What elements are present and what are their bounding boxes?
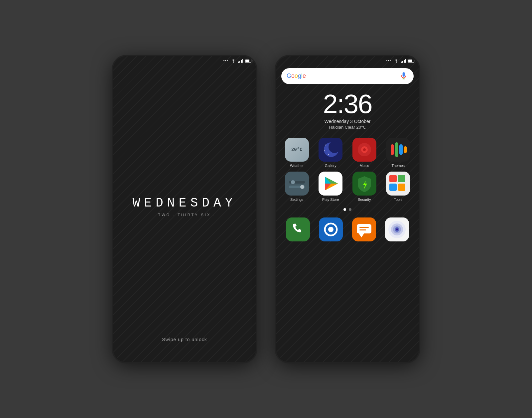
- settings-label: Settings: [290, 198, 304, 202]
- svg-point-10: [328, 154, 329, 154]
- security-icon: [352, 172, 376, 196]
- svg-rect-37: [286, 217, 310, 241]
- music-icon: [352, 138, 376, 162]
- svg-rect-2: [403, 72, 405, 76]
- bottom-dock: [276, 215, 419, 247]
- page-dot-2: [349, 208, 351, 211]
- svg-point-40: [328, 227, 333, 232]
- svg-point-24: [300, 185, 304, 189]
- left-phone: WEDNESDAY · TWO · THIRTY SIX · Swipe up …: [113, 56, 256, 362]
- battery-icon-right: [408, 59, 414, 63]
- svg-rect-33: [389, 175, 397, 182]
- app-security[interactable]: Security: [349, 172, 380, 202]
- dock-lens[interactable]: [315, 217, 348, 241]
- svg-rect-17: [395, 142, 398, 157]
- status-bar-right: [276, 56, 419, 66]
- app-weather[interactable]: 20°C Weather: [281, 138, 313, 168]
- weather-label: Weather: [290, 164, 304, 168]
- lens-dock-icon: [319, 217, 343, 241]
- mic-icon: [400, 72, 407, 80]
- svg-point-22: [291, 180, 295, 184]
- page-dot-1: [343, 208, 346, 211]
- themes-svg: [386, 138, 410, 162]
- gallery-svg: [319, 138, 342, 162]
- swipe-hint: Swipe up to unlock: [162, 337, 207, 342]
- svg-point-14: [363, 148, 366, 151]
- lock-screen-content[interactable]: WEDNESDAY · TWO · THIRTY SIX · Swipe up …: [113, 56, 256, 362]
- app-grid-row2: Settings: [276, 170, 419, 204]
- dock-messages[interactable]: [347, 217, 381, 241]
- lens-svg: [319, 217, 343, 241]
- camera-svg: [385, 217, 409, 241]
- app-themes[interactable]: Themes: [383, 138, 414, 168]
- security-svg: [352, 172, 376, 196]
- lock-screen[interactable]: WEDNESDAY · TWO · THIRTY SIX · Swipe up …: [113, 56, 256, 362]
- svg-point-51: [396, 228, 398, 230]
- playstore-svg: [319, 172, 342, 196]
- app-settings[interactable]: Settings: [281, 172, 313, 202]
- clock-date: Wednesday 3 October: [324, 119, 370, 124]
- app-grid-row1: 20°C Weather: [276, 130, 419, 170]
- weather-icon: 20°C: [285, 138, 309, 162]
- messages-dock-icon: [352, 217, 376, 241]
- right-phone: Google 2:36 Wednesday 3 October Haidia: [276, 56, 419, 362]
- clock-time: 2:36: [323, 91, 372, 117]
- home-screen-container: Google 2:36 Wednesday 3 October Haidia: [276, 56, 419, 362]
- lock-time-sub: · TWO · THIRTY SIX ·: [132, 213, 236, 217]
- svg-rect-42: [357, 224, 371, 233]
- svg-rect-44: [359, 227, 369, 228]
- settings-svg: [285, 172, 309, 196]
- settings-icon: [285, 172, 309, 196]
- app-gallery[interactable]: Gallery: [315, 138, 346, 168]
- svg-point-9: [324, 150, 325, 151]
- svg-rect-18: [399, 144, 403, 155]
- camera-dock-icon: [385, 217, 409, 241]
- google-mic-button[interactable]: [399, 71, 408, 81]
- svg-point-0: [233, 62, 234, 63]
- lock-day-text: WEDNESDAY: [132, 196, 236, 210]
- svg-point-8: [326, 144, 327, 145]
- dock-camera[interactable]: [381, 217, 414, 241]
- gallery-label: Gallery: [325, 164, 336, 168]
- tools-svg: [386, 172, 410, 196]
- svg-rect-34: [398, 175, 405, 182]
- tools-label: Tools: [394, 198, 402, 202]
- themes-label: Themes: [391, 164, 405, 168]
- svg-rect-19: [404, 146, 407, 153]
- clock-widget: 2:36 Wednesday 3 October Haidian Clear 2…: [276, 84, 419, 130]
- phone-dock-icon: [286, 217, 310, 241]
- app-tools[interactable]: Tools: [383, 172, 414, 202]
- status-bar-left: [113, 56, 256, 66]
- playstore-icon: [319, 172, 342, 196]
- signal-icon: [238, 59, 243, 63]
- svg-rect-45: [359, 229, 366, 230]
- google-search-bar[interactable]: Google: [281, 68, 414, 84]
- security-label: Security: [358, 198, 371, 202]
- three-dots-icon: [223, 60, 228, 61]
- weather-temp: 20°C: [291, 147, 303, 152]
- svg-rect-35: [389, 184, 397, 191]
- clock-weather: Haidian Clear 20℃: [329, 125, 366, 130]
- themes-icon: [386, 138, 410, 162]
- gallery-icon: [319, 138, 342, 162]
- music-svg: [352, 138, 376, 162]
- svg-point-7: [329, 141, 340, 153]
- app-music[interactable]: Music: [349, 138, 380, 168]
- home-screen: Google 2:36 Wednesday 3 October Haidia: [276, 56, 419, 362]
- wifi-icon: [231, 59, 236, 63]
- svg-rect-16: [391, 144, 394, 155]
- playstore-label: Play Store: [322, 198, 339, 202]
- signal-icon-right: [401, 59, 406, 63]
- svg-point-1: [396, 62, 397, 63]
- battery-icon: [245, 59, 251, 63]
- music-label: Music: [359, 164, 369, 168]
- dock-phone[interactable]: [281, 217, 315, 241]
- google-logo: Google: [287, 72, 306, 79]
- app-playstore[interactable]: Play Store: [315, 172, 346, 202]
- messages-svg: [352, 217, 376, 241]
- svg-rect-36: [398, 184, 405, 191]
- svg-rect-32: [386, 172, 410, 196]
- wifi-icon-right: [394, 59, 399, 63]
- page-dots: [276, 204, 419, 215]
- tools-icon: [386, 172, 410, 196]
